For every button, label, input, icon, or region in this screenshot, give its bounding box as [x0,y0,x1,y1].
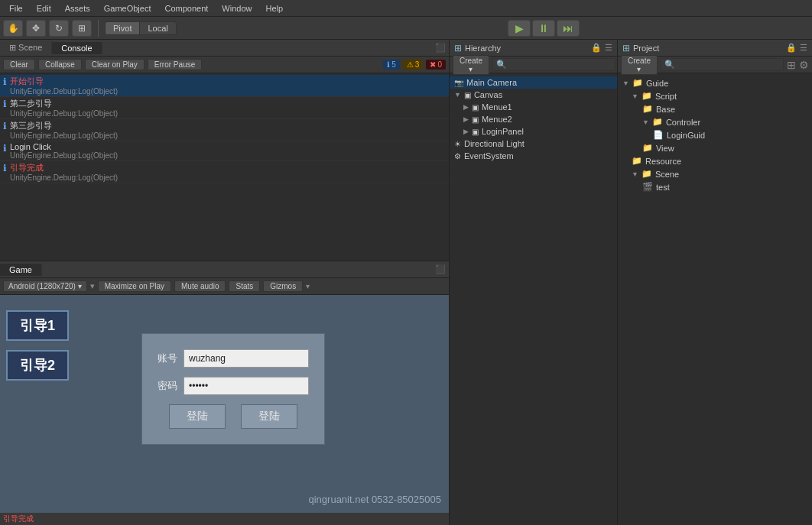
hierarchy-toolbar: Create ▾ 🔍 All [450,57,617,73]
expand-arrow[interactable]: ▼ [632,170,638,178]
project-item-resource[interactable]: 📁 Resource [618,154,812,167]
tab-console[interactable]: Console [52,42,102,54]
menu-window[interactable]: Window [216,2,258,15]
tree-item-menue2[interactable]: ▶ ▣ Menue2 [450,113,617,125]
pivot-local-toggle: Pivot Local [105,21,177,35]
main-layout: ⊞ Scene Console ⬛ Clear Collapse Clear o… [0,40,812,525]
log-info-icon: ℹ [3,163,7,173]
script-icon: 📄 [653,130,664,140]
move-tool[interactable]: ✥ [26,20,46,37]
canvas-icon: ▣ [464,91,471,99]
expand-arrow[interactable]: ▼ [622,79,629,87]
guide-button-2[interactable]: 引导2 [6,350,69,381]
menu-component[interactable]: Component [158,2,214,15]
password-input[interactable] [184,377,309,395]
log-entry[interactable]: ℹ 第三步引导 UnityEngine.Debug:Log(Object) [0,119,449,141]
project-item-test[interactable]: 🎬 test [618,180,812,193]
tab-scene[interactable]: ⊞ Scene [0,41,52,54]
gizmos-btn[interactable]: Gizmos [263,280,303,292]
local-toggle[interactable]: Local [140,22,175,34]
menu-file[interactable]: File [3,2,29,15]
project-item-scene[interactable]: ▼ 📁 Scene [618,167,812,180]
tree-item-directional-light[interactable]: ☀ Directional Light [450,138,617,150]
play-button[interactable]: ▶ [508,20,531,37]
expand-arrow[interactable]: ▶ [463,115,469,123]
project-item-view[interactable]: 📁 View [618,141,812,154]
maximize-on-play-btn[interactable]: Maximize on Play [98,280,171,292]
log-main-text: 第二步引导 [10,98,118,109]
log-main-text: 开始引导 [10,76,118,87]
console-content: ℹ 开始引导 UnityEngine.Debug:Log(Object) ℹ 第… [0,73,449,261]
toolbar: ✋ ✥ ↻ ⊞ Pivot Local ▶ ⏸ ⏭ [0,17,812,40]
expand-arrow[interactable]: ▼ [454,91,461,99]
gizmos-arrow[interactable]: ▾ [306,282,310,290]
stats-btn[interactable]: Stats [229,280,260,292]
expand-arrow[interactable]: ▼ [632,92,638,100]
login-submit-btn-1[interactable]: 登陆 [169,404,226,429]
menu-edit[interactable]: Edit [31,2,57,15]
error-pause-button[interactable]: Error Pause [148,59,202,70]
hand-tool[interactable]: ✋ [3,20,23,37]
menue1-icon: ▣ [472,103,479,112]
pause-button[interactable]: ⏸ [532,20,555,37]
account-input[interactable] [184,349,309,368]
game-panel: Game ⬛ Android (1280x720) ▾ ▾ Maximize o… [0,261,449,525]
project-menu[interactable]: ☰ [800,43,807,53]
menue2-icon: ▣ [472,115,479,124]
project-item-controler[interactable]: ▼ 📁 Controler [618,115,812,128]
project-search-input[interactable] [677,60,780,70]
clear-button[interactable]: Clear [3,59,35,70]
hierarchy-create-btn[interactable]: Create ▾ [453,55,489,75]
mute-audio-btn[interactable]: Mute audio [174,280,226,292]
warn-badge: ⚠ 3 [403,60,424,70]
login-submit-btn-2[interactable]: 登陆 [241,404,297,429]
menu-assets[interactable]: Assets [59,2,96,15]
rotate-tool[interactable]: ↻ [49,20,69,37]
log-text: 第二步引导 UnityEngine.Debug:Log(Object) [10,98,118,118]
menu-help[interactable]: Help [259,2,289,15]
scale-tool[interactable]: ⊞ [72,20,92,37]
tree-item-main-camera[interactable]: 📷 Main Camera [450,76,617,89]
project-lock[interactable]: 🔒 [786,43,797,53]
play-controls: ▶ ⏸ ⏭ [508,20,580,37]
log-entry[interactable]: ℹ 开始引导 UnityEngine.Debug:Log(Object) [0,75,449,97]
game-panel-resize[interactable]: ⬛ [435,264,446,274]
log-entry[interactable]: ℹ Login Click UnityEngine.Debug:Log(Obje… [0,141,449,161]
panel-resize[interactable]: ⬛ [435,43,446,53]
expand-arrow[interactable]: ▶ [463,103,469,111]
project-item-guide[interactable]: ▼ 📁 Guide [618,76,812,89]
clear-on-play-button[interactable]: Clear on Play [85,59,145,70]
hierarchy-icon: ⊞ [454,43,462,53]
guide-button-1[interactable]: 引导1 [6,310,69,341]
project-item-script[interactable]: ▼ 📁 Script [618,89,812,102]
account-row: 账号 [158,349,309,368]
scene-file-icon: 🎬 [642,182,653,192]
resolution-dropdown[interactable]: Android (1280x720) ▾ [3,280,87,292]
expand-arrow[interactable]: ▶ [463,128,469,135]
menu-gameobject[interactable]: GameObject [98,2,158,15]
pivot-toggle[interactable]: Pivot [106,22,140,34]
project-item-base[interactable]: 📁 Base [618,102,812,115]
hierarchy-menu[interactable]: ☰ [605,43,612,53]
project-view-icon[interactable]: ⊞ [787,59,796,71]
log-info-icon: ℹ [3,76,7,87]
project-create-btn[interactable]: Create ▾ [621,55,658,75]
folder-icon: 📁 [641,91,652,101]
eventsystem-icon: ⚙ [454,152,461,160]
tab-game[interactable]: Game [0,264,42,276]
tree-item-canvas[interactable]: ▼ ▣ Canvas [450,89,617,101]
hierarchy-lock[interactable]: 🔒 [591,43,602,53]
expand-arrow[interactable]: ▼ [642,118,649,126]
step-button[interactable]: ⏭ [557,20,580,37]
resolution-arrow[interactable]: ▾ [90,281,95,291]
tree-item-eventsystem[interactable]: ⚙ EventSystem [450,150,617,162]
tree-item-menue1[interactable]: ▶ ▣ Menue1 [450,101,617,113]
project-options-icon[interactable]: ⚙ [799,59,809,71]
hierarchy-title: Hierarchy [465,44,501,53]
hierarchy-search-input[interactable] [508,60,612,70]
project-item-loginguid[interactable]: 📄 LoginGuid [618,128,812,141]
log-entry[interactable]: ℹ 第二步引导 UnityEngine.Debug:Log(Object) [0,97,449,119]
collapse-button[interactable]: Collapse [38,59,82,70]
log-entry[interactable]: ℹ 引导完成 UnityEngine.Debug:Log(Object) [0,161,449,183]
tree-item-loginpanel[interactable]: ▶ ▣ LoginPanel [450,125,617,138]
